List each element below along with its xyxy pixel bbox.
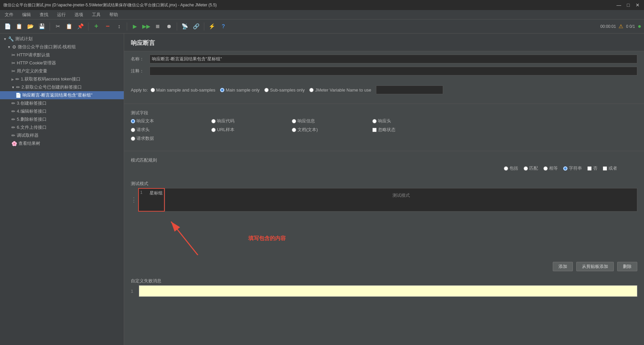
sidebar-item-user-vars[interactable]: ✂ 用户定义的变量 xyxy=(0,67,124,75)
sidebar-item-get-tags[interactable]: ▼ ✏ 2.获取公众号已创建的标签接口 xyxy=(0,83,124,91)
add-from-clipboard-button[interactable]: 从剪贴板添加 xyxy=(576,262,614,271)
sidebar-item-test-plan[interactable]: ▼ 🔧 测试计划 xyxy=(0,35,124,43)
divider-2 xyxy=(124,151,644,151)
template-button[interactable]: 📋 xyxy=(14,21,24,32)
menu-item-文件[interactable]: 文件 xyxy=(3,11,15,18)
restore-button[interactable]: □ xyxy=(625,2,631,8)
sidebar-item-access-token[interactable]: ▶ ✏ 1.获取签权码access token接口 xyxy=(0,75,124,83)
sidebar-item-assertion[interactable]: 📄 响应断言-断言返回结果包含"星标组" xyxy=(0,91,124,99)
pattern-not[interactable]: 否 xyxy=(587,165,597,171)
copy-button[interactable]: 📋 xyxy=(64,21,74,32)
sidebar-item-delete-tag[interactable]: ✏ 5.删除标签接口 xyxy=(0,115,124,123)
start-button[interactable]: ▶ xyxy=(130,21,140,32)
apply-to-sub-only[interactable]: Sub-samples only xyxy=(264,88,305,93)
comment-input[interactable] xyxy=(150,67,637,75)
apply-to-jmeter-var[interactable]: JMeter Variable Name to use xyxy=(309,88,371,93)
drag-handle[interactable]: ⋮ xyxy=(131,196,137,204)
paste-button[interactable]: 📌 xyxy=(75,21,86,32)
main-layout: ▼ 🔧 测试计划 ▼ ⚙ 微信公众平台接口测试-线程组 ✂ HTTP请求默认值 … xyxy=(0,34,644,345)
custom-fail-input[interactable] xyxy=(139,285,637,297)
function-helper-button[interactable]: ⚡ xyxy=(207,21,217,32)
cut-button[interactable]: ✂ xyxy=(53,21,63,32)
debug-icon: ✏ xyxy=(11,133,15,138)
menu-item-编辑[interactable]: 编辑 xyxy=(20,11,33,18)
separator-3 xyxy=(127,22,127,31)
minimize-button[interactable]: — xyxy=(616,2,622,8)
field-request-data[interactable]: 请求数据 xyxy=(131,135,198,141)
save-button[interactable]: 💾 xyxy=(37,21,47,32)
get-tags-icon: ✏ xyxy=(16,84,20,90)
open-button[interactable]: 📂 xyxy=(25,21,36,32)
sidebar-item-label: 2.获取公众号已创建的标签接口 xyxy=(21,84,82,90)
field-response-code[interactable]: 响应代码 xyxy=(211,118,278,124)
annotation-text: 填写包含的内容 xyxy=(248,235,286,242)
annotation-arrow xyxy=(164,212,231,255)
status-icon: ● xyxy=(638,23,641,30)
stop-button[interactable]: ⏹ xyxy=(153,21,163,32)
timer-display: 00:00:01 xyxy=(600,24,616,29)
test-mode-container: ⋮ 1 星标组 测试模式 xyxy=(131,188,637,212)
add-button[interactable]: + xyxy=(91,21,101,32)
expand-icon: ▶ xyxy=(11,77,14,81)
clear-button[interactable]: ↕ xyxy=(114,21,124,32)
jmeter-var-input[interactable] xyxy=(376,85,443,94)
test-field-label: 测试字段 xyxy=(131,110,637,116)
field-response-text[interactable]: 响应文本 xyxy=(131,118,198,124)
new-button[interactable]: 📄 xyxy=(3,21,13,32)
menu-item-运行[interactable]: 运行 xyxy=(55,11,68,18)
close-button[interactable]: ✕ xyxy=(635,2,641,8)
create-tag-icon: ✏ xyxy=(11,101,15,106)
menu-item-选项[interactable]: 选项 xyxy=(72,11,85,18)
test-field-grid: 响应文本 响应代码 响应信息 响应头 请求头 xyxy=(131,118,637,141)
pattern-or[interactable]: 或者 xyxy=(603,165,617,171)
sidebar-item-http-default[interactable]: ✂ HTTP请求默认值 xyxy=(0,51,124,59)
field-request-header[interactable]: 请求头 xyxy=(131,127,198,133)
pattern-contains[interactable]: 包括 xyxy=(504,165,518,171)
sidebar-item-create-tag[interactable]: ✏ 3.创建标签接口 xyxy=(0,99,124,107)
sidebar-item-label: 调试取样器 xyxy=(17,132,39,138)
remove-button[interactable]: − xyxy=(103,21,113,32)
menu-item-查找[interactable]: 查找 xyxy=(38,11,50,18)
sidebar-item-upload[interactable]: ✏ 6.文件上传接口 xyxy=(0,123,124,131)
menu-bar: 文件编辑查找运行选项工具帮助 xyxy=(0,10,644,19)
apply-to-main-only[interactable]: Main sample only xyxy=(220,88,260,93)
field-response-message[interactable]: 响应信息 xyxy=(292,118,359,124)
delete-button[interactable]: 删除 xyxy=(617,262,637,271)
add-button[interactable]: 添加 xyxy=(553,262,573,271)
name-input[interactable] xyxy=(150,55,637,63)
sidebar: ▼ 🔧 测试计划 ▼ ⚙ 微信公众平台接口测试-线程组 ✂ HTTP请求默认值 … xyxy=(0,34,124,345)
pattern-match[interactable]: 匹配 xyxy=(524,165,538,171)
start-no-pause-button[interactable]: ▶▶ xyxy=(141,21,151,32)
pattern-equals[interactable]: 相等 xyxy=(543,165,558,171)
sidebar-item-label: 4.编辑标签接口 xyxy=(17,108,47,114)
sidebar-item-label: 1.获取签权码access token接口 xyxy=(21,76,80,82)
sidebar-item-result-tree[interactable]: 🌸 查看结果树 xyxy=(0,139,124,148)
http-default-icon: ✂ xyxy=(11,52,15,58)
apply-to-main-sub[interactable]: Main sample and sub-samples xyxy=(151,88,215,93)
field-url-sample[interactable]: URL样本 xyxy=(211,127,278,133)
field-response-header[interactable]: 响应头 xyxy=(372,118,439,124)
shutdown-button[interactable]: ⏺ xyxy=(164,21,174,32)
divider-1 xyxy=(124,104,644,104)
sidebar-item-thread-group[interactable]: ▼ ⚙ 微信公众平台接口测试-线程组 xyxy=(0,43,124,51)
separator-4 xyxy=(177,22,177,31)
separator-2 xyxy=(88,22,89,31)
sidebar-item-label: 响应断言-断言返回结果包含"星标组" xyxy=(22,92,93,98)
apply-to-options: Main sample and sub-samples Main sample … xyxy=(151,85,443,94)
buttons-row: 添加 从剪贴板添加 删除 xyxy=(124,258,644,275)
field-ignore-status[interactable]: 忽略状态 xyxy=(372,127,439,133)
pattern-string[interactable]: 字符串 xyxy=(563,165,582,171)
name-label: 名称： xyxy=(131,56,147,62)
test-field-section: 测试字段 响应文本 响应代码 响应信息 响应头 xyxy=(124,107,644,148)
menu-item-工具[interactable]: 工具 xyxy=(90,11,103,18)
cookie-icon: ✂ xyxy=(11,60,15,66)
remote-stop-button[interactable]: 🔗 xyxy=(191,21,201,32)
field-document-text[interactable]: 文档(文本) xyxy=(292,127,359,133)
sidebar-item-cookie-manager[interactable]: ✂ HTTP Cookie管理器 xyxy=(0,59,124,67)
help-button[interactable]: ? xyxy=(218,21,228,32)
menu-item-帮助[interactable]: 帮助 xyxy=(107,11,120,18)
remote-start-button[interactable]: 📡 xyxy=(180,21,190,32)
sidebar-item-edit-tag[interactable]: ✏ 4.编辑标签接口 xyxy=(0,107,124,115)
test-mode-value-1: 星标组 xyxy=(150,190,163,196)
sidebar-item-debug-sampler[interactable]: ✏ 调试取样器 xyxy=(0,131,124,139)
